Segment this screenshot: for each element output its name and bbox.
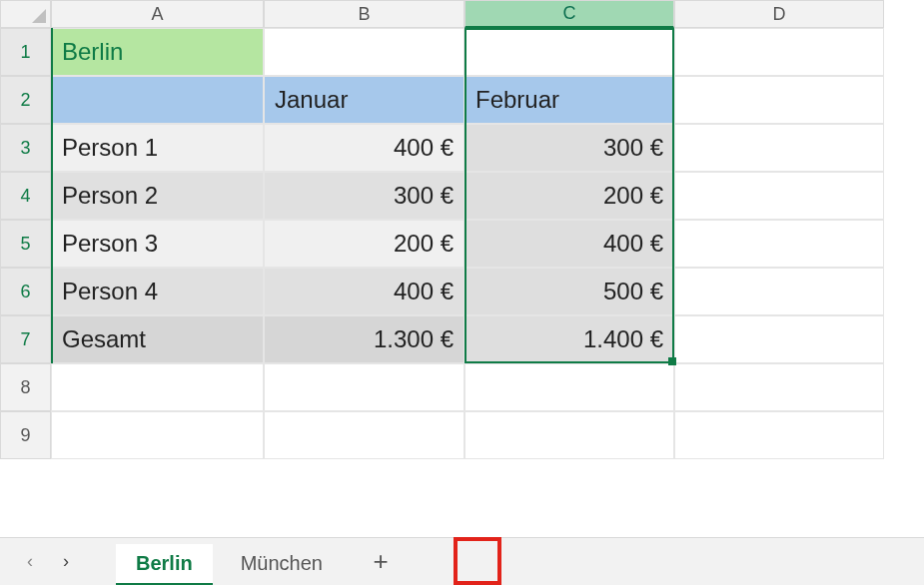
cell-c8[interactable] xyxy=(464,363,674,411)
row-header-7[interactable]: 7 xyxy=(0,315,51,363)
cell-c6[interactable]: 500 € xyxy=(464,268,674,315)
cell-c7[interactable]: 1.400 € xyxy=(464,315,674,363)
cell-c1[interactable] xyxy=(464,28,674,76)
cell-d1[interactable] xyxy=(674,28,884,76)
cell-d2[interactable] xyxy=(674,76,884,124)
add-sheet-button[interactable]: + xyxy=(361,542,401,582)
cell-a8[interactable] xyxy=(51,363,264,411)
cell-d7[interactable] xyxy=(674,315,884,363)
cell-b4[interactable]: 300 € xyxy=(264,172,464,220)
row-header-5[interactable]: 5 xyxy=(0,220,51,268)
col-header-b[interactable]: B xyxy=(264,0,464,28)
col-header-c[interactable]: C xyxy=(464,0,674,28)
cell-d5[interactable] xyxy=(674,220,884,268)
row-header-6[interactable]: 6 xyxy=(0,268,51,315)
cell-a1[interactable]: Berlin xyxy=(51,28,264,76)
row-header-2[interactable]: 2 xyxy=(0,76,51,124)
col-header-a[interactable]: A xyxy=(51,0,264,28)
sheet-tab-muenchen[interactable]: München xyxy=(221,544,343,586)
sheet-tab-berlin[interactable]: Berlin xyxy=(116,544,213,586)
cell-a7[interactable]: Gesamt xyxy=(51,315,264,363)
cell-a2[interactable] xyxy=(51,76,264,124)
select-all-corner[interactable] xyxy=(0,0,51,28)
cell-b3[interactable]: 400 € xyxy=(264,124,464,172)
cell-b9[interactable] xyxy=(264,411,464,459)
cell-b1[interactable] xyxy=(264,28,464,76)
cell-d6[interactable] xyxy=(674,268,884,315)
cell-b6[interactable]: 400 € xyxy=(264,268,464,315)
cell-c4[interactable]: 200 € xyxy=(464,172,674,220)
cell-a6[interactable]: Person 4 xyxy=(51,268,264,315)
cell-b2[interactable]: Januar xyxy=(264,76,464,124)
cell-b8[interactable] xyxy=(264,363,464,411)
cell-d4[interactable] xyxy=(674,172,884,220)
cell-a4[interactable]: Person 2 xyxy=(51,172,264,220)
row-header-3[interactable]: 3 xyxy=(0,124,51,172)
cell-d3[interactable] xyxy=(674,124,884,172)
tab-nav-prev[interactable]: ‹ xyxy=(16,548,44,576)
row-header-1[interactable]: 1 xyxy=(0,28,51,76)
cell-b5[interactable]: 200 € xyxy=(264,220,464,268)
plus-icon: + xyxy=(373,546,388,577)
cell-a3[interactable]: Person 1 xyxy=(51,124,264,172)
cell-c2[interactable]: Februar xyxy=(464,76,674,124)
tab-nav-next[interactable]: › xyxy=(52,548,80,576)
cell-b7[interactable]: 1.300 € xyxy=(264,315,464,363)
row-header-8[interactable]: 8 xyxy=(0,363,51,411)
cell-c5[interactable]: 400 € xyxy=(464,220,674,268)
cell-a5[interactable]: Person 3 xyxy=(51,220,264,268)
col-header-d[interactable]: D xyxy=(674,0,884,28)
cell-c3[interactable]: 300 € xyxy=(464,124,674,172)
row-header-4[interactable]: 4 xyxy=(0,172,51,220)
sheet-tab-bar: ‹ › Berlin München + xyxy=(0,537,924,585)
row-header-9[interactable]: 9 xyxy=(0,411,51,459)
spreadsheet-grid: A B C D 1 Berlin 2 Januar Februar 3 Pers… xyxy=(0,0,924,459)
cell-d8[interactable] xyxy=(674,363,884,411)
cell-a9[interactable] xyxy=(51,411,264,459)
cell-d9[interactable] xyxy=(674,411,884,459)
cell-c9[interactable] xyxy=(464,411,674,459)
